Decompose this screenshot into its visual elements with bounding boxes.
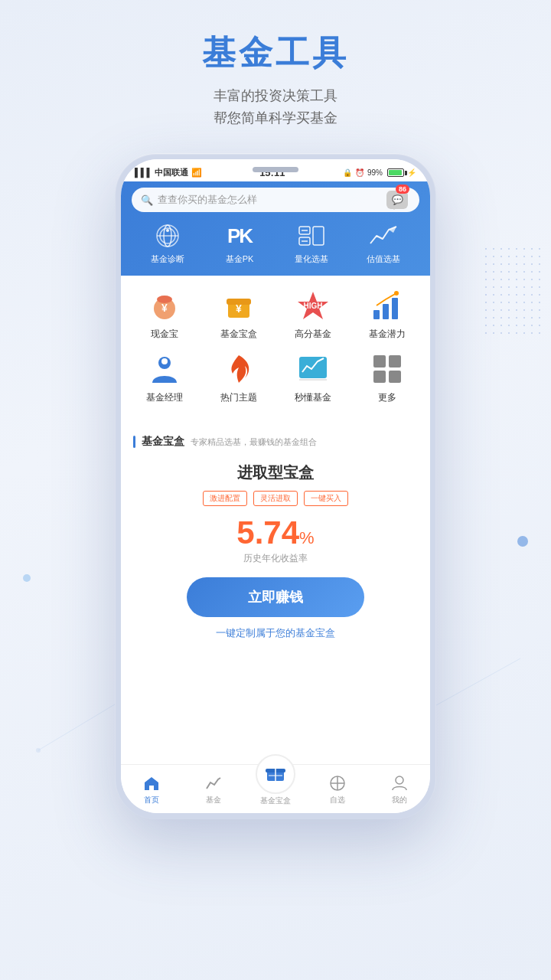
deco-circle-1	[517, 536, 528, 547]
tab-bar: 首页 基金	[121, 764, 430, 813]
charging-icon: ⚡	[407, 168, 416, 177]
tab-mine[interactable]: 我的	[368, 773, 430, 805]
tab-fundbox-label: 基金宝盒	[260, 795, 291, 806]
tab-fund-box[interactable]: 基金宝盒	[245, 754, 307, 806]
svg-point-43	[396, 776, 403, 784]
fund-manager-icon	[147, 351, 182, 387]
quick-fund-icon	[295, 351, 331, 387]
deco-circle-2	[23, 574, 31, 582]
svg-rect-34	[373, 371, 386, 383]
phone-speaker	[253, 167, 298, 172]
search-bar[interactable]: 🔍 查查你买的基金怎么样 💬 86	[132, 188, 419, 212]
svg-rect-35	[389, 371, 401, 383]
svg-point-10	[166, 229, 169, 232]
tab-mine-label: 我的	[392, 795, 407, 805]
svg-rect-13	[313, 227, 324, 245]
carrier-signal: ▌▌▌ 中国联通 📶	[135, 167, 202, 178]
tool-cash-treasure[interactable]: ¥ 现金宝	[134, 288, 195, 341]
page-title: 基金工具	[0, 31, 551, 76]
battery-icon	[387, 168, 404, 177]
tab-center-circle	[256, 754, 295, 794]
svg-rect-24	[373, 310, 380, 319]
svg-rect-32	[373, 355, 386, 368]
yield-number: 5.74	[236, 514, 299, 550]
tool-label-hot: 热门主题	[220, 391, 257, 404]
svg-text:HIGH: HIGH	[303, 302, 322, 310]
tool-label-quick: 秒懂基金	[295, 391, 331, 404]
fund-diagnosis-icon-box	[151, 221, 184, 250]
nav-item-quantitative[interactable]: 量化选基	[276, 221, 347, 265]
fund-pk-icon-box: PK	[223, 221, 256, 250]
nav-item-valuation[interactable]: 估值选基	[347, 221, 419, 265]
svg-rect-26	[392, 298, 398, 319]
nav-item-fund-diagnosis[interactable]: 基金诊断	[132, 221, 204, 265]
tab-watchlist-label: 自选	[330, 795, 345, 805]
quantitative-icon	[298, 224, 325, 248]
custom-link[interactable]: 一键定制属于您的基金宝盒	[136, 626, 415, 640]
message-badge[interactable]: 💬 86	[384, 188, 410, 211]
yield-display: 5.74%	[136, 517, 415, 549]
phone-screen: ▌▌▌ 中国联通 📶 15:11 🔒 ⏰ 99% ⚡	[121, 159, 430, 813]
tool-more[interactable]: 更多	[357, 351, 418, 404]
tool-label-manager: 基金经理	[146, 391, 183, 404]
tool-quick-fund[interactable]: 秒懂基金	[282, 351, 344, 404]
alarm-icon: ⏰	[355, 168, 364, 177]
earn-button[interactable]: 立即赚钱	[187, 577, 364, 617]
phone-mockup: ▌▌▌ 中国联通 📶 15:11 🔒 ⏰ 99% ⚡	[115, 153, 436, 819]
tool-label-fundbox: 基金宝盒	[220, 328, 257, 341]
bg-dots-decoration	[482, 245, 543, 337]
tool-label-cash: 现金宝	[151, 328, 178, 341]
tag-2: 灵活进取	[253, 491, 298, 506]
section-desc: 专家精品选基，最赚钱的基金组合	[191, 436, 317, 448]
tab-mine-icon	[390, 773, 409, 793]
battery-percent: 99%	[367, 168, 383, 177]
section-title: 基金宝盒	[142, 435, 184, 449]
tag-1: 激进配置	[203, 491, 247, 506]
tool-label-more: 更多	[378, 391, 396, 404]
tool-hot-theme[interactable]: 热门主题	[208, 351, 269, 404]
fund-pk-icon: PK	[227, 224, 252, 248]
section-bar-decoration	[133, 436, 135, 448]
high-score-icon: HIGH	[295, 288, 331, 323]
subtitle-line1: 丰富的投资决策工具	[0, 85, 551, 107]
tab-fund[interactable]: 基金	[183, 773, 245, 805]
tool-label-highscore: 高分基金	[295, 328, 331, 341]
app-header: 🔍 查查你买的基金怎么样 💬 86	[121, 181, 430, 276]
tool-fund-manager[interactable]: 基金经理	[134, 351, 195, 404]
message-bubble-icon: 💬 86	[386, 191, 408, 209]
yield-percent: %	[299, 528, 315, 547]
fund-box-icon: ¥	[221, 288, 256, 323]
more-icon	[370, 351, 405, 387]
tags-row: 激进配置 灵活进取 一键买入	[136, 491, 415, 506]
tab-home[interactable]: 首页	[121, 773, 183, 805]
valuation-icon	[369, 224, 398, 248]
card-area: 进取型宝盒 激进配置 灵活进取 一键买入 5.74% 历史年化收益率 立即赚钱 …	[121, 453, 430, 652]
battery-fill	[389, 170, 402, 175]
tools-grid: ¥ 现金宝 ¥ 基	[121, 276, 430, 427]
phone-outer: ▌▌▌ 中国联通 📶 15:11 🔒 ⏰ 99% ⚡	[115, 153, 436, 819]
svg-point-29	[161, 358, 168, 364]
svg-rect-25	[383, 304, 389, 319]
page-header: 基金工具 丰富的投资决策工具 帮您简单科学买基金	[0, 0, 551, 145]
tab-watchlist[interactable]: 自选	[306, 773, 368, 805]
tag-3: 一键买入	[304, 491, 348, 506]
svg-text:¥: ¥	[236, 302, 242, 315]
tab-fund-icon	[204, 773, 223, 793]
nav-label-valuation: 估值选基	[367, 253, 400, 265]
tab-home-icon	[142, 773, 161, 793]
tab-watchlist-icon	[328, 773, 347, 793]
tools-row-1: ¥ 现金宝 ¥ 基	[127, 288, 424, 341]
card-title: 进取型宝盒	[136, 462, 415, 483]
yield-label: 历史年化收益率	[136, 552, 415, 565]
fund-potential-icon	[370, 288, 405, 323]
nav-item-fund-pk[interactable]: PK 基金PK	[204, 221, 276, 265]
nav-label-fund-pk: 基金PK	[226, 253, 254, 265]
tool-high-score[interactable]: HIGH 高分基金	[282, 288, 344, 341]
cash-treasure-icon: ¥	[147, 288, 182, 323]
carrier-name: 中国联通	[155, 168, 188, 177]
status-right: 🔒 ⏰ 99% ⚡	[343, 168, 416, 177]
tool-fund-box[interactable]: ¥ 基金宝盒	[208, 288, 269, 341]
tool-fund-potential[interactable]: 基金潜力	[357, 288, 418, 341]
tool-label-potential: 基金潜力	[369, 328, 406, 341]
lock-icon: 🔒	[343, 168, 352, 177]
